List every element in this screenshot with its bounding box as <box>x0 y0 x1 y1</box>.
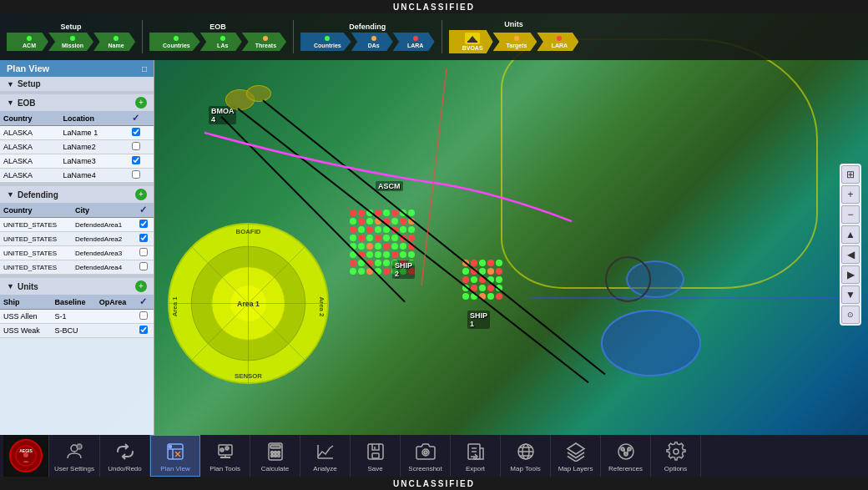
svg-point-101 <box>487 285 494 291</box>
units-step-lara[interactable]: LARA <box>537 33 578 51</box>
svg-point-36 <box>358 226 365 233</box>
defending-section-header[interactable]: ▼ Defending + <box>0 186 154 203</box>
plan-view-btn[interactable]: Plan View <box>150 435 200 477</box>
units-step-targets[interactable]: Targets <box>493 33 537 51</box>
zoom-out-btn[interactable]: − <box>841 205 860 224</box>
units-step-bvoas[interactable]: BVOAS <box>449 30 493 53</box>
save-btn[interactable]: Save <box>351 435 401 477</box>
defending-step-countries[interactable]: Countries <box>300 33 351 51</box>
svg-marker-148 <box>568 443 584 454</box>
zoom-full-btn[interactable]: ⊞ <box>841 165 860 184</box>
eob-row4-check[interactable] <box>132 170 140 179</box>
user-settings-btn[interactable]: User Settings <box>49 435 100 477</box>
top-classification-label: UNCLASSIFIED <box>393 3 475 12</box>
pan-up-btn[interactable]: ▲ <box>841 225 860 244</box>
svg-rect-135 <box>372 453 379 458</box>
defending-steps[interactable]: Countries DAs LARA <box>300 33 435 51</box>
units-section-header[interactable]: ▼ Units + <box>0 278 154 295</box>
options-btn[interactable]: Options <box>651 435 701 477</box>
eob-row2-country: ALASKA <box>0 140 60 154</box>
eob-arrow: ▼ <box>7 99 14 107</box>
eob-section-header[interactable]: ▼ EOB + <box>0 94 154 111</box>
svg-point-131 <box>277 454 280 457</box>
eob-steps[interactable]: Countries LAs Threats <box>149 33 286 51</box>
map-overlay: BOAFID SENSOR Area 1 Area 2 Area 1 BMOA … <box>154 60 868 435</box>
svg-point-47 <box>383 235 390 241</box>
setup-section-header[interactable]: ▼ Setup <box>0 77 154 91</box>
svg-point-149 <box>618 444 633 459</box>
svg-point-121 <box>225 447 229 450</box>
bottom-classification-label: UNCLASSIFIED <box>393 479 475 488</box>
setup-step-name[interactable]: Name <box>93 33 135 51</box>
calculate-btn[interactable]: Calculate <box>250 435 300 477</box>
zoom-in-btn[interactable]: + <box>841 185 860 204</box>
plan-tools-label: Plan Tools <box>209 465 240 472</box>
map-tools-btn[interactable]: Map Tools <box>501 435 551 477</box>
setup-step-mission[interactable]: Mission <box>48 33 93 51</box>
defending-step-das[interactable]: DAs <box>351 33 393 51</box>
references-btn[interactable]: References <box>601 435 651 477</box>
logo-circle: AEGIS <box>9 439 43 472</box>
bottom-toolbar: AEGIS User Settings <box>0 435 868 477</box>
units-row2-ship: USS Weak <box>0 324 51 338</box>
export-btn[interactable]: Export <box>451 435 501 477</box>
map-layers-btn[interactable]: Map Layers <box>551 435 601 477</box>
eob-row4-country: ALASKA <box>0 169 60 183</box>
svg-point-30 <box>375 218 381 225</box>
screenshot-icon <box>414 440 437 463</box>
defending-row1-check[interactable] <box>139 220 148 228</box>
svg-point-88 <box>462 268 469 275</box>
panel-collapse-btn[interactable]: □ <box>142 64 147 73</box>
eob-row-4: ALASKA LaName4 <box>0 169 154 183</box>
defending-add-btn[interactable]: + <box>135 189 147 200</box>
units-row-1: USS Allen S-1 <box>0 310 154 324</box>
units-row1-check[interactable] <box>139 311 148 320</box>
panel-header: Plan View □ <box>0 60 154 77</box>
units-row2-check[interactable] <box>139 326 148 334</box>
map-area[interactable]: Setup ACM Mission <box>0 13 868 477</box>
defending-row2-check[interactable] <box>139 234 148 242</box>
defending-row-3: UNITED_STATES DefendedArea3 <box>0 246 154 260</box>
defending-row1-country: UNITED_STATES <box>0 218 72 232</box>
pan-left-btn[interactable]: ◀ <box>841 245 860 264</box>
svg-point-42 <box>408 226 415 233</box>
eob-step-threats[interactable]: Threats <box>242 33 286 51</box>
defending-col-country: Country <box>0 203 72 218</box>
defending-row3-check[interactable] <box>139 248 148 256</box>
svg-point-68 <box>358 260 365 266</box>
svg-point-75 <box>350 268 356 275</box>
plan-tools-btn[interactable]: Plan Tools <box>200 435 250 477</box>
units-steps[interactable]: BVOAS Targets LARA <box>449 30 579 53</box>
svg-point-85 <box>479 260 486 266</box>
pan-down-btn[interactable]: ▼ <box>841 285 860 304</box>
defending-row4-check[interactable] <box>139 262 148 270</box>
svg-point-104 <box>471 293 477 300</box>
eob-row1-check[interactable] <box>132 128 140 136</box>
setup-step-acm[interactable]: ACM <box>7 33 48 51</box>
save-label: Save <box>367 465 382 472</box>
analyze-btn[interactable]: Analyze <box>300 435 351 477</box>
svg-point-107 <box>496 293 502 300</box>
units-row1-ship: USS Allen <box>0 310 51 324</box>
svg-point-64 <box>391 251 398 258</box>
eob-row3-check[interactable] <box>132 156 140 164</box>
svg-point-49 <box>400 235 406 241</box>
defending-step-lara[interactable]: LARA <box>393 33 435 51</box>
analyze-icon <box>314 440 337 463</box>
eob-row2-check[interactable] <box>132 142 140 150</box>
eob-step-countries[interactable]: Countries <box>149 33 200 51</box>
svg-point-127 <box>274 451 276 453</box>
svg-point-120 <box>220 448 224 452</box>
eob-step-las[interactable]: LAs <box>200 33 242 51</box>
setup-steps[interactable]: ACM Mission Name <box>7 33 135 51</box>
plan-tools-icon <box>214 440 237 463</box>
units-add-btn[interactable]: + <box>135 280 147 292</box>
screenshot-btn[interactable]: Screenshot <box>401 435 451 477</box>
svg-point-38 <box>375 226 381 233</box>
eob-add-btn[interactable]: + <box>135 97 147 109</box>
pan-right-btn[interactable]: ▶ <box>841 265 860 284</box>
svg-rect-125 <box>270 445 280 448</box>
svg-point-37 <box>366 226 373 233</box>
svg-point-67 <box>350 260 356 266</box>
undo-redo-btn[interactable]: Undo/Redo <box>100 435 150 477</box>
